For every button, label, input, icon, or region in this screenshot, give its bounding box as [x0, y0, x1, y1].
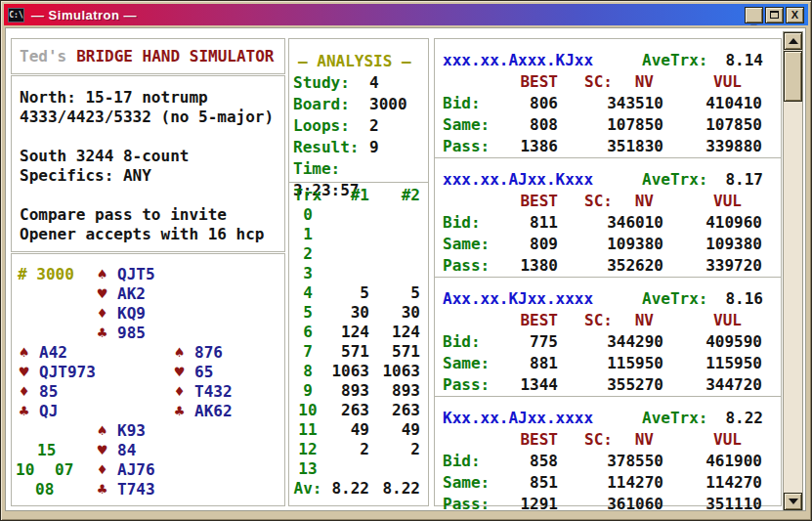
column-header-row: BEST SC: NV VUL	[443, 191, 763, 212]
diamond-icon: ♦	[96, 304, 108, 324]
east-diamonds: T432	[194, 382, 233, 401]
row-label: Same:	[443, 472, 513, 494]
stat-label: Board:	[293, 94, 369, 115]
scrollbar-thumb[interactable]	[784, 51, 802, 102]
row-label: Pass:	[443, 374, 513, 396]
brand-box: Ted's BRIDGE HAND SIMULATOR	[11, 38, 285, 74]
spacer	[443, 71, 513, 93]
trx-table-row: 2	[289, 244, 428, 264]
row-label: Bid:	[443, 451, 513, 472]
col-header-sc: SC:	[558, 310, 613, 331]
trx-table-row: 810631063	[289, 362, 428, 381]
best-value: 809	[513, 234, 558, 255]
trx-label: 4	[293, 283, 322, 303]
avetrx-label: AveTrx:	[642, 50, 707, 71]
north-spades: QJT5	[117, 265, 155, 283]
titlebar[interactable]: C:\ — Simulatron — _ X	[4, 4, 808, 25]
stat-value: 3000	[369, 95, 407, 113]
trx-col-header: #1	[322, 186, 369, 205]
trx-table-row: 9893893	[289, 381, 428, 401]
spacer	[443, 191, 513, 212]
stat-label: Study:	[293, 72, 369, 94]
vul-value: 339720	[663, 255, 762, 277]
minimize-button[interactable]: _	[745, 7, 763, 23]
trx-value-2: 571	[369, 342, 420, 362]
hand-suit-row: ♦AJ76	[96, 460, 155, 480]
north-diamonds: KQ9	[117, 304, 146, 323]
trx-value-1: 5	[322, 283, 369, 303]
hcp-west: 10	[16, 460, 34, 480]
south-diamonds: AJ76	[117, 460, 155, 479]
stats-row-pass: Pass:1344355270344720	[443, 374, 763, 396]
hand-stats-block-4: Kxx.xx.AJxx.xxxx AveTrx: 8.22 BEST SC: N…	[435, 397, 781, 515]
trx-value-1: 263	[322, 401, 369, 420]
west-spades: A42	[39, 343, 67, 362]
best-value: 881	[513, 353, 558, 374]
arrow-down-icon	[789, 499, 798, 504]
maximize-button[interactable]	[765, 7, 784, 23]
stats-row-pass: Pass:1291361060351110	[443, 494, 763, 515]
row-label: Bid:	[443, 93, 513, 114]
stats-row-same: Same:881115950115950	[443, 353, 763, 374]
hcp-south: 08	[35, 480, 54, 499]
trx-value-1: 893	[322, 381, 369, 401]
study-description-box: North: 15-17 notrump 4333/4423/5332 (no …	[11, 75, 285, 252]
hand-suit-row: ♣985	[96, 324, 155, 343]
row-label: Pass:	[443, 136, 513, 157]
stat-row-board: Board:3000	[289, 94, 428, 115]
south-hearts: 84	[117, 441, 136, 459]
col-header-sc: SC:	[558, 71, 613, 93]
hand-pattern: xxx.xx.Axxx.KJxx	[443, 50, 642, 71]
vul-value: 109380	[663, 234, 762, 255]
column-header-row: BEST SC: NV VUL	[443, 429, 763, 451]
stat-value: 9	[369, 138, 379, 156]
diamond-icon: ♦	[96, 460, 108, 480]
trx-label: 2	[293, 244, 322, 264]
trx-label: 5	[293, 303, 322, 323]
west-clubs: QJ	[39, 402, 58, 420]
trx-label: 1	[293, 225, 322, 244]
trx-label: 3	[293, 264, 322, 283]
vul-value: 114270	[663, 472, 762, 494]
vertical-scrollbar[interactable]	[783, 31, 803, 511]
deal-diagram-box: # 3000 ♠QJT5 ♥AK2 ♦KQ9 ♣985 ♠A42 ♥QJT973…	[11, 253, 285, 506]
trx-value-2: 263	[369, 401, 420, 420]
col-header-best: BEST	[513, 429, 558, 451]
trx-table-row: 455	[289, 283, 428, 303]
trx-label: 13	[293, 459, 322, 479]
column-header-row: BEST SC: NV VUL	[443, 310, 763, 331]
best-value: 1380	[513, 255, 558, 277]
close-icon: X	[791, 9, 798, 21]
scroll-up-button[interactable]	[784, 32, 802, 50]
hcp-north: 15	[37, 441, 56, 460]
hand-suit-row: ♥QJT973	[18, 363, 96, 382]
trx-average-row: Av:8.228.22	[289, 479, 428, 499]
trx-value-2	[369, 264, 420, 283]
scroll-down-button[interactable]	[784, 493, 802, 510]
heart-icon: ♥	[96, 441, 108, 460]
scrollbar-track[interactable]	[784, 50, 802, 493]
spacer	[443, 310, 513, 331]
col-header-best: BEST	[513, 310, 558, 331]
stat-row-loops: Loops:2	[289, 115, 428, 137]
best-value: 1344	[513, 374, 558, 396]
vul-value: 410960	[663, 212, 762, 234]
best-value: 1386	[513, 136, 558, 157]
description-line: Opener accepts with 16 hcp	[20, 225, 284, 244]
hand-suit-row: ♦T432	[173, 382, 233, 402]
avetrx-value: 8.16	[725, 288, 763, 310]
trx-value-1: 30	[322, 303, 369, 323]
trx-table-row: 0	[289, 205, 428, 225]
stat-label: Loops:	[293, 115, 369, 137]
description-line: Compare pass to invite	[20, 205, 284, 225]
hand-suit-row: ♥84	[96, 441, 155, 460]
hand-name-row: xxx.xx.AJxx.Kxxx AveTrx: 8.17	[443, 169, 763, 191]
east-hand: ♠876 ♥65 ♦T432 ♣AK62	[173, 343, 233, 421]
stats-row-bid: Bid:858378550461900	[443, 451, 763, 472]
hand-pattern: Kxx.xx.AJxx.xxxx	[443, 408, 642, 429]
stat-value: 4	[369, 73, 379, 92]
description-line	[20, 127, 284, 147]
window-title: — Simulatron —	[31, 8, 137, 22]
spacer	[443, 429, 513, 451]
close-button[interactable]: X	[786, 7, 804, 23]
